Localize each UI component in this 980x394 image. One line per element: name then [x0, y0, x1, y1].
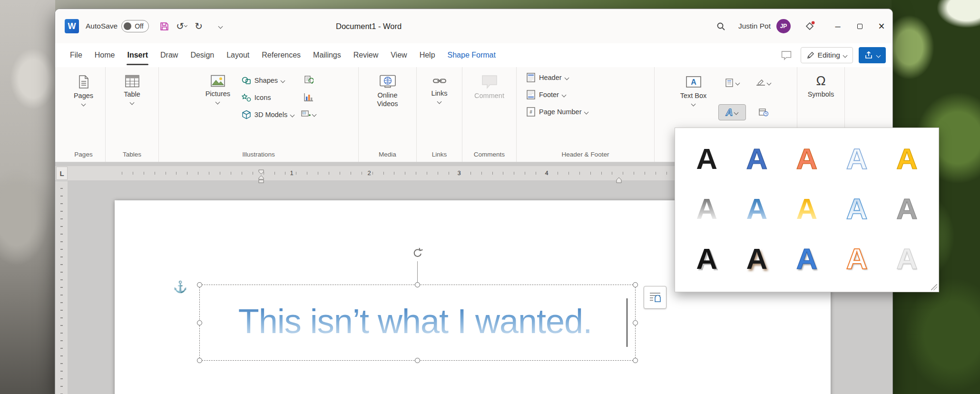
shapes-button[interactable]: Shapes — [238, 72, 298, 89]
footer-button[interactable]: Footer — [522, 86, 569, 103]
wordart-style-option[interactable]: A — [882, 184, 932, 234]
media-group-label: Media — [359, 149, 416, 162]
wordart-style-option[interactable]: A — [882, 234, 932, 284]
reuse-files-button[interactable] — [299, 72, 318, 88]
ribbon-tab-label: Design — [190, 51, 214, 59]
rotate-handle-icon[interactable] — [412, 247, 424, 259]
chart-button[interactable] — [299, 89, 318, 105]
resize-handle[interactable] — [197, 282, 202, 287]
menu-right-cluster: Editing — [778, 47, 886, 64]
ribbon-tab[interactable]: Mailings — [307, 43, 347, 67]
wordart-style-preview: A — [846, 244, 868, 274]
links-icon — [432, 75, 447, 87]
ribbon-tab[interactable]: Draw — [154, 43, 184, 67]
wordart-style-option[interactable]: A — [682, 234, 732, 284]
resize-handle[interactable] — [633, 282, 638, 287]
date-time-button[interactable] — [750, 104, 777, 120]
user-name[interactable]: Justin Pot — [738, 22, 771, 30]
new-comment-button[interactable]: Comment — [470, 69, 509, 149]
indent-markers[interactable] — [257, 169, 265, 184]
wordart-button[interactable]: A — [718, 104, 746, 120]
header-icon — [526, 73, 536, 82]
share-button[interactable] — [859, 47, 886, 63]
word-app-icon[interactable]: W — [65, 19, 79, 33]
maximize-button[interactable] — [849, 9, 871, 43]
maximize-icon — [857, 24, 862, 29]
icons-icon — [242, 93, 251, 102]
close-button[interactable]: × — [871, 9, 892, 43]
resize-handle[interactable] — [633, 358, 638, 363]
comments-group-label: Comments — [462, 149, 516, 162]
resize-handle[interactable] — [197, 358, 202, 363]
layout-options-button[interactable] — [644, 286, 666, 309]
wordart-style-option[interactable]: A — [732, 184, 782, 234]
online-videos-button[interactable]: Online Videos — [369, 69, 407, 149]
table-button[interactable]: Table — [113, 69, 151, 149]
wordart-style-option[interactable]: A — [732, 134, 782, 184]
icons-button[interactable]: Icons — [238, 89, 298, 106]
3d-models-button[interactable]: 3D Models — [238, 106, 298, 123]
wordart-style-option[interactable]: A — [682, 134, 732, 184]
ribbon-tab[interactable]: Review — [347, 43, 384, 67]
ribbon-tab[interactable]: Home — [88, 43, 121, 67]
ribbon-tab[interactable]: Insert — [121, 43, 154, 67]
shapes-icon — [242, 76, 251, 85]
resize-handle[interactable] — [197, 320, 202, 325]
user-avatar[interactable]: JP — [776, 19, 791, 33]
redo-icon: ↻ — [195, 21, 203, 31]
diamond-icon — [804, 21, 815, 31]
resize-handle[interactable] — [415, 358, 420, 363]
wordart-style-option[interactable]: A — [782, 234, 832, 284]
links-button[interactable]: Links — [421, 69, 459, 149]
ribbon-tab[interactable]: Design — [184, 43, 220, 67]
header-button[interactable]: Header — [522, 69, 572, 86]
redo-button[interactable]: ↻ — [191, 18, 207, 34]
signature-line-icon — [756, 79, 765, 87]
chevron-down-icon — [876, 53, 881, 58]
pictures-icon — [211, 75, 225, 87]
autosave-toggle[interactable]: Off — [121, 20, 148, 32]
wordart-style-option[interactable]: A — [782, 184, 832, 234]
resize-handle[interactable] — [415, 282, 420, 287]
customize-quick-access-button[interactable] — [213, 18, 229, 34]
search-button[interactable] — [713, 18, 730, 35]
save-button[interactable] — [157, 18, 173, 34]
undo-button[interactable]: ↺ — [174, 18, 190, 34]
wordart-text-box[interactable]: This isn’t what I wanted. — [199, 285, 636, 361]
signature-line-button[interactable] — [750, 75, 777, 91]
wordart-style-option[interactable]: A — [782, 134, 832, 184]
tab-stop-selector[interactable]: L — [56, 167, 68, 180]
ribbon-tab[interactable]: References — [255, 43, 307, 67]
right-indent-marker[interactable] — [616, 177, 622, 184]
wordart-style-option[interactable]: A — [732, 234, 782, 284]
wordart-text[interactable]: This isn’t what I wanted. — [207, 302, 623, 341]
ribbon-tab[interactable]: Shape Format — [441, 43, 502, 67]
links-group-label: Links — [417, 149, 462, 162]
chart-icon — [304, 93, 314, 101]
wordart-style-option[interactable]: A — [682, 184, 732, 234]
chevron-down-icon — [81, 102, 86, 107]
ribbon-tab[interactable]: Help — [413, 43, 441, 67]
ribbon-tab[interactable]: Layout — [220, 43, 255, 67]
minimize-button[interactable]: – — [827, 9, 849, 43]
pictures-button[interactable]: Pictures — [199, 69, 237, 149]
resize-handle[interactable] — [633, 320, 638, 325]
ribbon-tab[interactable]: File — [64, 43, 88, 67]
ribbon-tab-label: Home — [95, 51, 115, 59]
rewards-button[interactable] — [801, 18, 818, 35]
wordart-style-preview: A — [846, 144, 868, 174]
pages-button[interactable]: Pages — [65, 69, 103, 149]
comment-icon — [481, 75, 498, 89]
page-number-button[interactable]: # Page Number — [522, 103, 592, 120]
wordart-style-option[interactable]: A — [832, 134, 882, 184]
editing-mode-button[interactable]: Editing — [801, 47, 853, 63]
wordart-style-option[interactable]: A — [882, 134, 932, 184]
screenshot-button[interactable] — [299, 106, 318, 122]
wordart-style-option[interactable]: A — [832, 184, 882, 234]
wordart-style-option[interactable]: A — [832, 234, 882, 284]
ribbon-tab[interactable]: View — [384, 43, 413, 67]
quick-parts-button[interactable] — [718, 75, 746, 91]
resize-grip-icon[interactable] — [931, 284, 937, 290]
comments-button[interactable] — [778, 47, 795, 64]
ribbon-group-comments: Comment Comments — [462, 67, 517, 162]
